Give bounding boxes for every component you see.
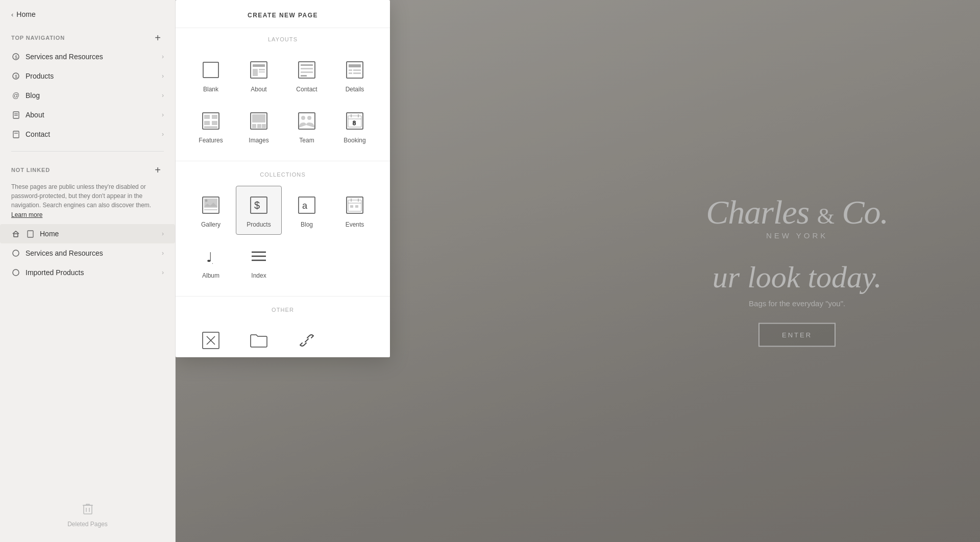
svg-point-47 — [307, 116, 311, 120]
chevron-right-icon-4: › — [162, 111, 164, 118]
images-icon — [247, 109, 271, 133]
sidebar-item-imported[interactable]: Imported Products › — [0, 263, 175, 282]
svg-rect-26 — [301, 71, 313, 73]
other-cover-page[interactable]: Cover Page — [188, 321, 234, 357]
svg-point-11 — [13, 250, 19, 256]
svg-rect-63 — [348, 200, 361, 211]
dollar-icon: $ — [11, 52, 20, 61]
chevron-right-icon-8: › — [162, 269, 164, 276]
other-folder[interactable]: Folder — [236, 321, 282, 357]
svg-text:a: a — [302, 201, 308, 211]
services2-label: Services and Resources — [26, 249, 103, 257]
svg-rect-24 — [301, 64, 313, 66]
team-icon — [295, 109, 318, 133]
collection-gallery[interactable]: Gallery — [188, 186, 234, 235]
imported-label: Imported Products — [26, 268, 84, 277]
layout-images[interactable]: Images — [236, 102, 282, 151]
at-icon: @ — [11, 91, 20, 100]
gallery-icon — [199, 193, 223, 217]
chevron-right-icon-7: › — [162, 250, 164, 257]
page-icon-home — [26, 229, 35, 238]
collection-album[interactable]: ♩ . Album — [188, 237, 234, 286]
svg-line-77 — [305, 339, 308, 342]
add-top-nav-button[interactable]: + — [152, 32, 164, 44]
svg-rect-44 — [262, 124, 266, 128]
svg-rect-68 — [355, 205, 358, 208]
svg-point-12 — [13, 269, 19, 276]
divider-other — [176, 296, 390, 297]
layout-team[interactable]: Team — [284, 102, 330, 151]
features-icon — [199, 109, 223, 133]
page-icon — [11, 110, 20, 119]
chevron-right-icon-2: › — [162, 72, 164, 80]
sidebar-item-contact[interactable]: Contact › — [0, 125, 175, 144]
folder-icon — [247, 329, 271, 352]
add-not-linked-button[interactable]: + — [152, 164, 164, 176]
layout-features[interactable]: Features — [188, 102, 234, 151]
index-icon — [247, 244, 271, 268]
back-label: Home — [16, 10, 35, 18]
blog-label: Blog — [26, 91, 40, 100]
sidebar-item-services2[interactable]: Services and Resources › — [0, 243, 175, 263]
learn-more-link[interactable]: Learn more — [11, 211, 42, 218]
deleted-pages-label: Deleted Pages — [67, 521, 108, 528]
layout-booking[interactable]: 8 Booking — [332, 102, 378, 151]
svg-rect-22 — [259, 71, 265, 72]
collection-events[interactable]: Events — [332, 186, 378, 235]
collections-section: COLLECTIONS Gallery — [176, 163, 390, 294]
svg-text:.: . — [212, 259, 213, 265]
not-linked-header: NOT LINKED + — [0, 159, 175, 179]
sidebar: ‹ Home TOP NAVIGATION + $ Services and R… — [0, 0, 176, 542]
page-icon-2 — [11, 130, 20, 139]
svg-rect-36 — [212, 115, 217, 119]
sidebar-item-blog[interactable]: @ Blog › — [0, 86, 175, 105]
contact-icon — [295, 58, 318, 82]
svg-rect-67 — [350, 205, 353, 208]
svg-rect-20 — [253, 69, 258, 76]
about-label: About — [26, 111, 44, 119]
top-navigation-label: TOP NAVIGATION — [11, 35, 65, 41]
svg-rect-37 — [204, 121, 210, 125]
svg-rect-19 — [253, 64, 265, 67]
services-label: Services and Resources — [26, 53, 103, 61]
chevron-left-icon: ‹ — [11, 11, 13, 18]
svg-text:$: $ — [254, 200, 260, 211]
collections-label: COLLECTIONS — [188, 171, 378, 178]
images-label: Images — [249, 137, 268, 144]
collection-index[interactable]: Index — [236, 237, 282, 286]
svg-rect-9 — [14, 234, 18, 237]
sidebar-item-about[interactable]: About › — [0, 105, 175, 125]
not-linked-description: These pages are public unless they're di… — [11, 182, 164, 210]
collection-products[interactable]: $ Products — [236, 186, 282, 235]
sidebar-item-services[interactable]: $ Services and Resources › — [0, 47, 175, 66]
sidebar-item-products[interactable]: $ Products › — [0, 66, 175, 86]
deleted-pages-button[interactable]: Deleted Pages — [0, 492, 175, 542]
link-label: Link — [301, 356, 312, 357]
collection-blog[interactable]: a Blog — [284, 186, 330, 235]
features-label: Features — [199, 137, 223, 144]
index-label: Index — [251, 272, 266, 279]
sidebar-item-home[interactable]: Home › — [0, 224, 175, 243]
products-label: Products — [26, 72, 54, 80]
svg-point-56 — [205, 200, 208, 202]
layout-contact[interactable]: Contact — [284, 51, 330, 100]
layout-blank[interactable]: Blank — [188, 51, 234, 100]
details-label: Details — [346, 86, 364, 93]
svg-text:8: 8 — [353, 120, 356, 126]
dollar-icon-4 — [11, 268, 20, 277]
team-label: Team — [299, 137, 314, 144]
chevron-right-icon: › — [162, 53, 164, 60]
chevron-right-icon-6: › — [162, 230, 164, 237]
other-link[interactable]: Link — [284, 321, 330, 357]
chevron-right-icon-5: › — [162, 131, 164, 138]
modal-title: CREATE NEW PAGE — [248, 12, 318, 19]
back-button[interactable]: ‹ Home — [0, 0, 175, 27]
layout-about[interactable]: About — [236, 51, 282, 100]
svg-rect-42 — [252, 124, 256, 128]
svg-rect-7 — [13, 131, 19, 138]
layout-details[interactable]: Details — [332, 51, 378, 100]
dollar-icon-3 — [11, 249, 20, 258]
blog-icon: a — [295, 193, 318, 217]
about-icon — [247, 58, 271, 82]
svg-rect-38 — [212, 121, 217, 125]
